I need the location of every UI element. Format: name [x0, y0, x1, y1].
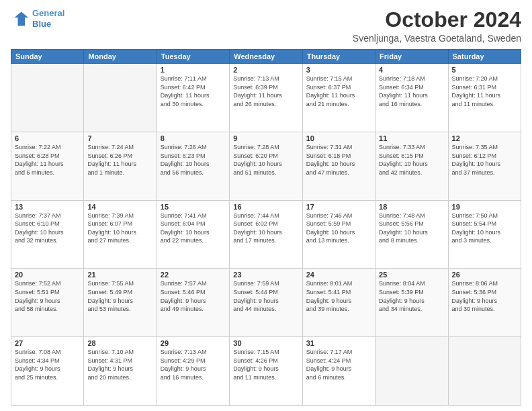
day-info: Sunrise: 7:22 AM Sunset: 6:28 PM Dayligh… — [15, 143, 80, 177]
day-number: 17 — [306, 203, 371, 211]
day-info: Sunrise: 7:11 AM Sunset: 6:42 PM Dayligh… — [161, 75, 226, 108]
day-number: 26 — [452, 271, 517, 279]
calendar-day-cell — [84, 64, 157, 132]
calendar-day-cell: 17Sunrise: 7:46 AM Sunset: 5:59 PM Dayli… — [302, 200, 375, 269]
day-number: 29 — [161, 339, 226, 347]
calendar-day-cell — [11, 64, 84, 132]
day-number: 14 — [87, 203, 152, 211]
day-info: Sunrise: 7:48 AM Sunset: 5:56 PM Dayligh… — [379, 212, 444, 245]
calendar-day-cell: 29Sunrise: 7:13 AM Sunset: 4:29 PM Dayli… — [157, 337, 229, 406]
day-number: 2 — [233, 66, 298, 74]
calendar-day-cell: 24Sunrise: 8:01 AM Sunset: 5:41 PM Dayli… — [302, 269, 375, 337]
calendar-day-cell: 10Sunrise: 7:31 AM Sunset: 6:18 PM Dayli… — [302, 132, 375, 200]
weekday-cell: Saturday — [448, 50, 521, 64]
weekday-cell: Friday — [375, 50, 448, 64]
title-block: October 2024 Svenljunga, Vaestra Goetala… — [353, 8, 521, 44]
calendar-day-cell: 22Sunrise: 7:57 AM Sunset: 5:46 PM Dayli… — [157, 269, 229, 337]
day-info: Sunrise: 7:59 AM Sunset: 5:44 PM Dayligh… — [233, 279, 298, 313]
calendar-day-cell: 28Sunrise: 7:10 AM Sunset: 4:31 PM Dayli… — [84, 337, 157, 406]
day-number: 25 — [379, 271, 444, 279]
calendar-week-row: 20Sunrise: 7:52 AM Sunset: 5:51 PM Dayli… — [11, 269, 521, 337]
day-number: 18 — [379, 203, 444, 211]
calendar-day-cell: 9Sunrise: 7:28 AM Sunset: 6:20 PM Daylig… — [230, 132, 302, 200]
day-number: 22 — [161, 271, 226, 279]
calendar-day-cell: 12Sunrise: 7:35 AM Sunset: 6:12 PM Dayli… — [448, 132, 521, 200]
day-info: Sunrise: 7:15 AM Sunset: 6:37 PM Dayligh… — [306, 75, 371, 108]
calendar-day-cell: 26Sunrise: 8:06 AM Sunset: 5:36 PM Dayli… — [448, 269, 521, 337]
day-info: Sunrise: 7:39 AM Sunset: 6:07 PM Dayligh… — [87, 212, 152, 245]
day-number: 4 — [379, 66, 444, 74]
calendar-week-row: 1Sunrise: 7:11 AM Sunset: 6:42 PM Daylig… — [11, 64, 521, 132]
day-number: 9 — [233, 134, 298, 142]
calendar-body: 1Sunrise: 7:11 AM Sunset: 6:42 PM Daylig… — [11, 64, 521, 406]
day-number: 27 — [15, 339, 80, 347]
day-info: Sunrise: 7:33 AM Sunset: 6:15 PM Dayligh… — [379, 143, 444, 177]
weekday-cell: Sunday — [11, 50, 84, 64]
day-info: Sunrise: 7:41 AM Sunset: 6:04 PM Dayligh… — [161, 212, 226, 245]
day-number: 15 — [161, 203, 226, 211]
day-info: Sunrise: 7:18 AM Sunset: 6:34 PM Dayligh… — [379, 75, 444, 108]
day-info: Sunrise: 7:37 AM Sunset: 6:10 PM Dayligh… — [15, 212, 80, 245]
day-info: Sunrise: 7:26 AM Sunset: 6:23 PM Dayligh… — [161, 143, 226, 177]
day-info: Sunrise: 7:55 AM Sunset: 5:49 PM Dayligh… — [87, 279, 152, 313]
calendar-day-cell: 2Sunrise: 7:13 AM Sunset: 6:39 PM Daylig… — [230, 64, 302, 132]
calendar-day-cell: 16Sunrise: 7:44 AM Sunset: 6:02 PM Dayli… — [230, 200, 302, 269]
day-info: Sunrise: 8:04 AM Sunset: 5:39 PM Dayligh… — [379, 279, 444, 313]
calendar-week-row: 13Sunrise: 7:37 AM Sunset: 6:10 PM Dayli… — [11, 200, 521, 269]
calendar-day-cell: 23Sunrise: 7:59 AM Sunset: 5:44 PM Dayli… — [230, 269, 302, 337]
day-info: Sunrise: 7:17 AM Sunset: 4:24 PM Dayligh… — [306, 348, 371, 381]
day-info: Sunrise: 7:15 AM Sunset: 4:26 PM Dayligh… — [233, 348, 298, 381]
day-info: Sunrise: 7:50 AM Sunset: 5:54 PM Dayligh… — [452, 212, 517, 245]
day-number: 1 — [161, 66, 226, 74]
day-number: 23 — [233, 271, 298, 279]
day-number: 21 — [87, 271, 152, 279]
calendar-day-cell — [375, 337, 448, 406]
calendar-day-cell: 13Sunrise: 7:37 AM Sunset: 6:10 PM Dayli… — [11, 200, 84, 269]
calendar-day-cell: 8Sunrise: 7:26 AM Sunset: 6:23 PM Daylig… — [157, 132, 229, 200]
logo-text: General Blue — [32, 8, 64, 29]
day-info: Sunrise: 7:13 AM Sunset: 6:39 PM Dayligh… — [233, 75, 298, 108]
day-number: 20 — [15, 271, 80, 279]
day-info: Sunrise: 7:20 AM Sunset: 6:31 PM Dayligh… — [452, 75, 517, 108]
day-number: 16 — [233, 203, 298, 211]
calendar-day-cell: 3Sunrise: 7:15 AM Sunset: 6:37 PM Daylig… — [302, 64, 375, 132]
logo-icon — [11, 9, 30, 28]
day-number: 31 — [306, 339, 371, 347]
logo: General Blue — [11, 8, 64, 29]
day-number: 28 — [87, 339, 152, 347]
calendar-day-cell: 30Sunrise: 7:15 AM Sunset: 4:26 PM Dayli… — [230, 337, 302, 406]
day-info: Sunrise: 7:10 AM Sunset: 4:31 PM Dayligh… — [87, 348, 152, 381]
calendar-day-cell: 1Sunrise: 7:11 AM Sunset: 6:42 PM Daylig… — [157, 64, 229, 132]
day-number: 30 — [233, 339, 298, 347]
calendar-week-row: 27Sunrise: 7:08 AM Sunset: 4:34 PM Dayli… — [11, 337, 521, 406]
calendar-day-cell: 11Sunrise: 7:33 AM Sunset: 6:15 PM Dayli… — [375, 132, 448, 200]
logo-blue: Blue — [32, 19, 51, 29]
location-title: Svenljunga, Vaestra Goetaland, Sweden — [353, 33, 521, 44]
calendar-day-cell: 7Sunrise: 7:24 AM Sunset: 6:26 PM Daylig… — [84, 132, 157, 200]
day-number: 11 — [379, 134, 444, 142]
day-info: Sunrise: 7:57 AM Sunset: 5:46 PM Dayligh… — [161, 279, 226, 313]
calendar-day-cell: 5Sunrise: 7:20 AM Sunset: 6:31 PM Daylig… — [448, 64, 521, 132]
day-info: Sunrise: 7:52 AM Sunset: 5:51 PM Dayligh… — [15, 279, 80, 313]
day-info: Sunrise: 7:35 AM Sunset: 6:12 PM Dayligh… — [452, 143, 517, 177]
day-number: 19 — [452, 203, 517, 211]
day-number: 8 — [161, 134, 226, 142]
calendar-day-cell: 14Sunrise: 7:39 AM Sunset: 6:07 PM Dayli… — [84, 200, 157, 269]
calendar-day-cell: 31Sunrise: 7:17 AM Sunset: 4:24 PM Dayli… — [302, 337, 375, 406]
page: General Blue October 2024 Svenljunga, Va… — [0, 0, 532, 411]
day-number: 10 — [306, 134, 371, 142]
day-info: Sunrise: 8:06 AM Sunset: 5:36 PM Dayligh… — [452, 279, 517, 313]
day-number: 24 — [306, 271, 371, 279]
day-number: 13 — [15, 203, 80, 211]
weekday-cell: Thursday — [302, 50, 375, 64]
day-info: Sunrise: 7:13 AM Sunset: 4:29 PM Dayligh… — [161, 348, 226, 381]
calendar-day-cell: 21Sunrise: 7:55 AM Sunset: 5:49 PM Dayli… — [84, 269, 157, 337]
calendar-day-cell — [448, 337, 521, 406]
calendar-day-cell: 20Sunrise: 7:52 AM Sunset: 5:51 PM Dayli… — [11, 269, 84, 337]
calendar-day-cell: 6Sunrise: 7:22 AM Sunset: 6:28 PM Daylig… — [11, 132, 84, 200]
month-title: October 2024 — [353, 8, 521, 32]
calendar-table: SundayMondayTuesdayWednesdayThursdayFrid… — [11, 49, 521, 406]
day-number: 6 — [15, 134, 80, 142]
weekday-cell: Wednesday — [230, 50, 302, 64]
day-number: 5 — [452, 66, 517, 74]
